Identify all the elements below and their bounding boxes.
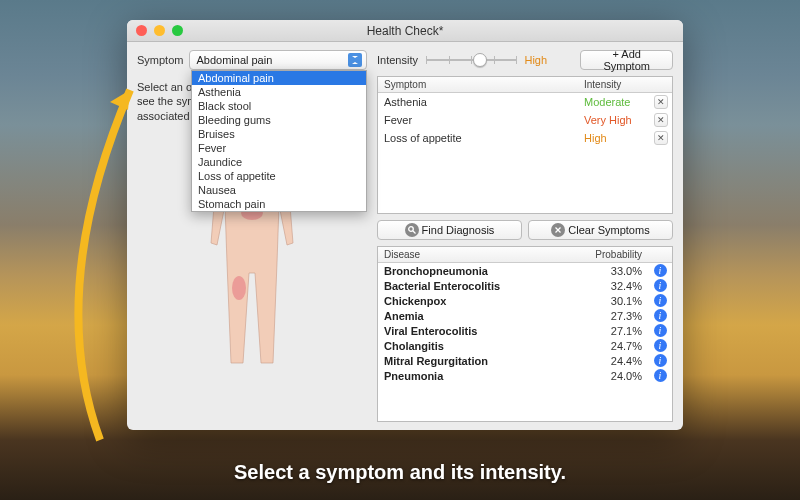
- symptom-option[interactable]: Stomach pain: [192, 197, 366, 211]
- cell-disease: Viral Enterocolitis: [378, 325, 588, 337]
- symptom-option[interactable]: Asthenia: [192, 85, 366, 99]
- diagnosis-header-probability[interactable]: Probability: [588, 247, 648, 262]
- info-icon[interactable]: i: [654, 309, 667, 322]
- symptom-option[interactable]: Jaundice: [192, 155, 366, 169]
- symptom-option[interactable]: Abdominal pain: [192, 71, 366, 85]
- cell-intensity: Very High: [578, 112, 648, 128]
- symptom-selected: Abdominal pain: [196, 54, 272, 66]
- symptom-option[interactable]: Loss of appetite: [192, 169, 366, 183]
- symptom-label: Symptom: [137, 54, 183, 66]
- symptoms-table: Symptom Intensity AstheniaModerate✕Fever…: [377, 76, 673, 214]
- intensity-label: Intensity: [377, 54, 418, 66]
- cell-intensity: High: [578, 130, 648, 146]
- cell-symptom: Loss of appetite: [378, 130, 578, 146]
- info-icon[interactable]: i: [654, 324, 667, 337]
- info-icon[interactable]: i: [654, 264, 667, 277]
- chevron-down-icon: [348, 53, 362, 67]
- clear-icon: [551, 223, 565, 237]
- window-title: Health Check*: [127, 24, 683, 38]
- cell-disease: Bronchopneumonia: [378, 265, 588, 277]
- cell-disease: Anemia: [378, 310, 588, 322]
- remove-symptom-button[interactable]: ✕: [654, 95, 668, 109]
- cell-probability: 33.0%: [588, 265, 648, 277]
- table-row[interactable]: Mitral Regurgitation24.4%i: [378, 353, 672, 368]
- info-icon[interactable]: i: [654, 369, 667, 382]
- cell-disease: Pneumonia: [378, 370, 588, 382]
- cell-symptom: Asthenia: [378, 94, 578, 110]
- diagnosis-table: Disease Probability Bronchopneumonia33.0…: [377, 246, 673, 422]
- symptom-option[interactable]: Bleeding gums: [192, 113, 366, 127]
- symptoms-header-symptom[interactable]: Symptom: [378, 77, 578, 92]
- cell-probability: 30.1%: [588, 295, 648, 307]
- symptom-option[interactable]: Bruises: [192, 127, 366, 141]
- symptom-option[interactable]: Fever: [192, 141, 366, 155]
- info-icon[interactable]: i: [654, 279, 667, 292]
- symptom-dropdown-list[interactable]: Abdominal painAstheniaBlack stoolBleedin…: [191, 70, 367, 212]
- table-row[interactable]: Bacterial Enterocolitis32.4%i: [378, 278, 672, 293]
- symptom-option[interactable]: Black stool: [192, 99, 366, 113]
- cell-disease: Cholangitis: [378, 340, 588, 352]
- svg-line-9: [413, 231, 416, 234]
- cell-disease: Bacterial Enterocolitis: [378, 280, 588, 292]
- clear-symptoms-button[interactable]: Clear Symptoms: [528, 220, 673, 240]
- search-icon: [405, 223, 419, 237]
- app-window: Health Check* Symptom Abdominal pain Abd…: [127, 20, 683, 430]
- cell-probability: 27.3%: [588, 310, 648, 322]
- remove-symptom-button[interactable]: ✕: [654, 113, 668, 127]
- info-icon[interactable]: i: [654, 339, 667, 352]
- info-icon[interactable]: i: [654, 294, 667, 307]
- table-row[interactable]: Viral Enterocolitis27.1%i: [378, 323, 672, 338]
- table-row[interactable]: Pneumonia24.0%i: [378, 368, 672, 383]
- remove-symptom-button[interactable]: ✕: [654, 131, 668, 145]
- titlebar: Health Check*: [127, 20, 683, 42]
- table-row[interactable]: Cholangitis24.7%i: [378, 338, 672, 353]
- symptom-option[interactable]: Nausea: [192, 183, 366, 197]
- find-diagnosis-button[interactable]: Find Diagnosis: [377, 220, 522, 240]
- table-row[interactable]: Loss of appetiteHigh✕: [378, 129, 672, 147]
- cell-probability: 24.4%: [588, 355, 648, 367]
- table-row[interactable]: Bronchopneumonia33.0%i: [378, 263, 672, 278]
- svg-point-8: [408, 227, 413, 232]
- cell-probability: 24.0%: [588, 370, 648, 382]
- add-symptom-button[interactable]: + Add Symptom: [580, 50, 673, 70]
- diagnosis-header-disease[interactable]: Disease: [378, 247, 588, 262]
- cell-intensity: Moderate: [578, 94, 648, 110]
- intensity-value: High: [524, 54, 564, 66]
- cell-disease: Mitral Regurgitation: [378, 355, 588, 367]
- table-row[interactable]: Anemia27.3%i: [378, 308, 672, 323]
- cell-probability: 24.7%: [588, 340, 648, 352]
- symptom-combobox[interactable]: Abdominal pain: [189, 50, 367, 70]
- cell-disease: Chickenpox: [378, 295, 588, 307]
- slide-caption: Select a symptom and its intensity.: [0, 461, 800, 484]
- svg-point-7: [232, 276, 246, 300]
- table-row[interactable]: FeverVery High✕: [378, 111, 672, 129]
- cell-probability: 32.4%: [588, 280, 648, 292]
- cell-probability: 27.1%: [588, 325, 648, 337]
- info-icon[interactable]: i: [654, 354, 667, 367]
- table-row[interactable]: AstheniaModerate✕: [378, 93, 672, 111]
- cell-symptom: Fever: [378, 112, 578, 128]
- symptoms-header-intensity[interactable]: Intensity: [578, 77, 648, 92]
- intensity-slider[interactable]: [426, 52, 516, 68]
- table-row[interactable]: Chickenpox30.1%i: [378, 293, 672, 308]
